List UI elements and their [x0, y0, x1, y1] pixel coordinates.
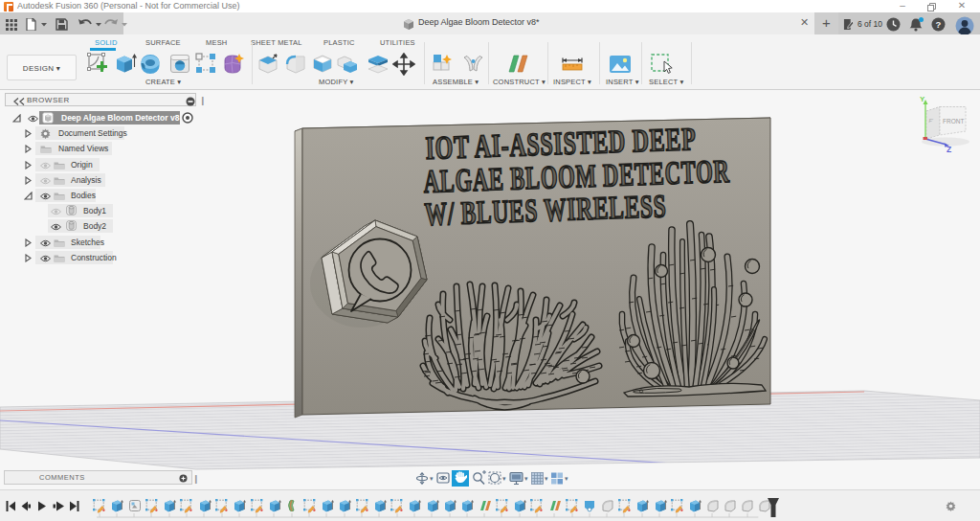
svg-text:Z: Z — [947, 145, 951, 154]
svg-text:Y: Y — [920, 95, 925, 103]
svg-text:?: ? — [936, 19, 942, 30]
svg-text:FRONT: FRONT — [943, 118, 964, 125]
